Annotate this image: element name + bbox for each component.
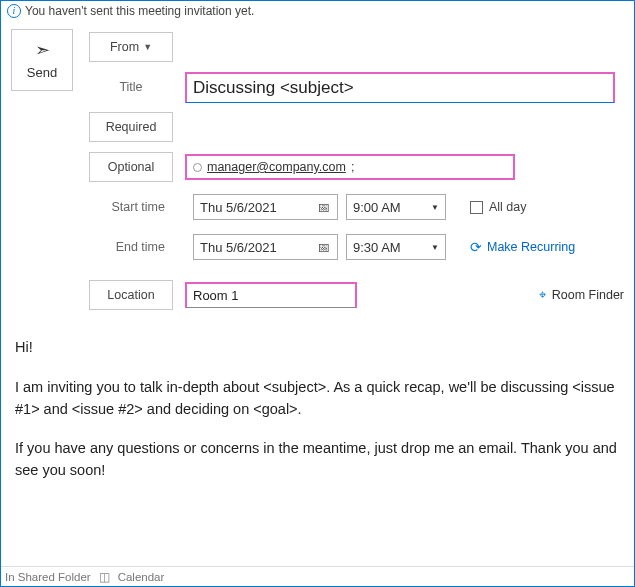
start-date-value: Thu 5/6/2021 xyxy=(200,200,277,215)
required-row: Required xyxy=(89,109,634,145)
required-button[interactable]: Required xyxy=(89,112,173,142)
optional-input[interactable]: manager@company.com; xyxy=(185,154,515,180)
send-icon: ➣ xyxy=(35,41,50,59)
body-paragraph: I am inviting you to talk in-depth about… xyxy=(15,377,620,421)
allday-control: All day xyxy=(470,200,527,214)
room-finder-button[interactable]: ⌖ Room Finder xyxy=(539,287,624,303)
from-label: From xyxy=(110,40,139,54)
allday-checkbox[interactable] xyxy=(470,201,483,214)
status-bar: In Shared Folder ◫ Calendar xyxy=(1,566,634,586)
recurring-label: Make Recurring xyxy=(487,240,575,254)
form-grid: From ▼ Title Discussing <subject> Requir… xyxy=(89,29,634,317)
info-icon: i xyxy=(7,4,21,18)
title-label: Title xyxy=(89,72,173,102)
room-finder-label: Room Finder xyxy=(552,288,624,302)
chevron-down-icon: ▼ xyxy=(431,203,439,212)
from-button[interactable]: From ▼ xyxy=(89,32,173,62)
location-button[interactable]: Location xyxy=(89,280,173,310)
status-calendar: Calendar xyxy=(118,571,165,583)
end-time-label: End time xyxy=(89,240,173,254)
chevron-down-icon: ▼ xyxy=(143,42,152,52)
presence-icon xyxy=(193,163,202,172)
end-date-input[interactable]: Thu 5/6/2021 📅︎ xyxy=(193,234,338,260)
attendee-separator: ; xyxy=(351,160,354,174)
start-time-label: Start time xyxy=(89,200,173,214)
end-time-input[interactable]: 9:30 AM ▼ xyxy=(346,234,446,260)
calendar-icon[interactable]: 📅︎ xyxy=(317,240,331,255)
body-paragraph: If you have any questions or concerns in… xyxy=(15,438,620,482)
location-row: Location Room 1 ⌖ Room Finder xyxy=(89,277,634,313)
start-time-input[interactable]: 9:00 AM ▼ xyxy=(346,194,446,220)
start-time-row: Start time Thu 5/6/2021 📅︎ 9:00 AM ▼ All… xyxy=(89,189,634,225)
recurring-icon: ⟳ xyxy=(470,239,482,255)
status-folder: In Shared Folder xyxy=(5,571,91,583)
end-time-value: 9:30 AM xyxy=(353,240,401,255)
send-label: Send xyxy=(27,65,57,80)
calendar-icon[interactable]: 📅︎ xyxy=(317,200,331,215)
make-recurring-button[interactable]: ⟳ Make Recurring xyxy=(470,239,575,255)
calendar-icon: ◫ xyxy=(99,570,110,584)
start-date-input[interactable]: Thu 5/6/2021 📅︎ xyxy=(193,194,338,220)
location-value: Room 1 xyxy=(193,288,239,303)
location-input[interactable]: Room 1 xyxy=(185,282,357,308)
info-bar: i You haven't sent this meeting invitati… xyxy=(1,1,634,21)
start-time-value: 9:00 AM xyxy=(353,200,401,215)
title-value: Discussing <subject> xyxy=(193,78,354,97)
title-row: Title Discussing <subject> xyxy=(89,69,634,105)
room-finder-icon: ⌖ xyxy=(539,287,546,303)
optional-button[interactable]: Optional xyxy=(89,152,173,182)
optional-attendee[interactable]: manager@company.com xyxy=(207,160,346,174)
allday-label: All day xyxy=(489,200,527,214)
info-text: You haven't sent this meeting invitation… xyxy=(25,4,254,18)
from-row: From ▼ xyxy=(89,29,634,65)
compose-area: ➣ Send From ▼ Title Discussing <subject>… xyxy=(1,21,634,317)
optional-row: Optional manager@company.com; xyxy=(89,149,634,185)
end-date-value: Thu 5/6/2021 xyxy=(200,240,277,255)
end-time-row: End time Thu 5/6/2021 📅︎ 9:30 AM ▼ ⟳ Mak… xyxy=(89,229,634,265)
send-button[interactable]: ➣ Send xyxy=(11,29,73,91)
body-paragraph: Hi! xyxy=(15,337,620,359)
chevron-down-icon: ▼ xyxy=(431,243,439,252)
message-body[interactable]: Hi! I am inviting you to talk in-depth a… xyxy=(1,317,634,482)
title-input[interactable]: Discussing <subject> xyxy=(185,72,615,103)
